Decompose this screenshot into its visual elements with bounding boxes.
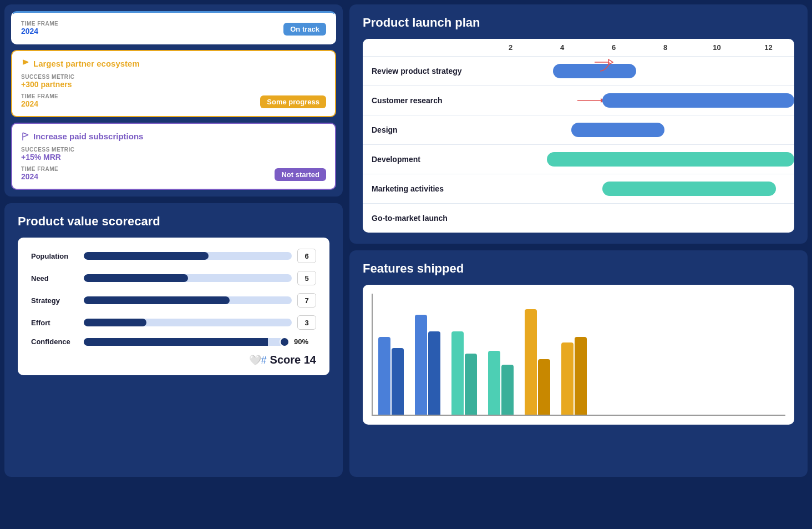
timeframe-label-1: TIME FRAME (21, 21, 171, 27)
bar-1-2 (392, 348, 404, 415)
gantt-col-4: 4 (536, 39, 588, 56)
left-column: TIME FRAME 2024 On track Largest (4, 4, 343, 477)
bar-fill-population (84, 252, 209, 260)
bar-6-1 (561, 342, 574, 415)
gantt-task-research: Customer research (363, 96, 485, 105)
bar-group-2 (415, 315, 440, 415)
goal-card-subscriptions: Increase paid subscriptions SUCCESS METR… (11, 123, 336, 190)
bar-track-strategy (84, 296, 292, 304)
score-row-effort: Effort 3 (31, 315, 316, 330)
gantt-col-12: 12 (743, 39, 794, 56)
gantt-row-review: Review product strategy (363, 57, 794, 86)
svg-line-4 (23, 135, 28, 137)
bar-chart (372, 294, 785, 416)
timeframe-label-3: TIME FRAME (21, 166, 171, 172)
gantt-task-design: Design (363, 125, 485, 134)
score-label-effort: Effort (31, 319, 78, 327)
timeframe-label-2: TIME FRAME (21, 93, 171, 99)
goal-card-partner: Largest partner ecosystem SUCCESS METRIC… (11, 50, 336, 117)
bar-4-1 (488, 351, 500, 415)
gantt-container: 2 4 6 8 10 12 Review product strategy (363, 39, 794, 233)
gantt-bar-research (602, 93, 794, 108)
gantt-timeline-design (485, 115, 794, 144)
bar-track-population (84, 252, 292, 260)
gantt-row-research: Customer research (363, 86, 794, 115)
flag-icon-purple (21, 132, 30, 141)
gantt-header: 2 4 6 8 10 12 (363, 39, 794, 57)
launch-title: Product launch plan (363, 16, 794, 30)
score-number: 14 (304, 354, 316, 366)
status-badge-subscriptions[interactable]: Not started (275, 168, 326, 181)
status-badge-partner[interactable]: Some progress (260, 95, 326, 108)
gantt-col-8: 8 (640, 39, 691, 56)
main-layout: TIME FRAME 2024 On track Largest (0, 0, 812, 529)
gantt-timeline-review (485, 57, 794, 85)
bar-group-5 (525, 309, 550, 415)
bar-group-1 (378, 337, 404, 415)
bar-4-2 (501, 365, 514, 415)
bar-3-1 (451, 331, 464, 415)
score-value-strategy: 7 (297, 293, 316, 308)
goal-title-subscriptions: Increase paid subscriptions (33, 132, 143, 141)
confidence-track[interactable] (84, 338, 288, 346)
timeframe-value-1: 2024 (21, 27, 171, 36)
success-metric-value-2: +300 partners (21, 80, 171, 89)
bar-2-2 (428, 331, 440, 415)
gantt-row-marketing: Marketing activities (363, 174, 794, 204)
features-inner (363, 285, 794, 425)
scorecard-panel: Product value scorecard Population 6 Nee… (4, 203, 343, 477)
success-metric-label-3: SUCCESS METRIC (21, 147, 171, 153)
gantt-row-development: Development (363, 145, 794, 174)
gantt-bar-marketing (602, 182, 775, 196)
gantt-bar-design (571, 123, 664, 137)
score-value-population: 6 (297, 249, 316, 263)
confidence-thumb[interactable] (280, 337, 290, 347)
score-label-strategy: Strategy (31, 296, 78, 305)
gantt-task-launch: Go-to-market launch (363, 214, 485, 223)
gantt-bar-development (547, 152, 794, 167)
bar-group-3 (451, 331, 477, 415)
timeframe-value-3: 2024 (21, 172, 171, 181)
score-label-need: Need (31, 274, 78, 283)
svg-line-3 (23, 133, 28, 135)
score-label-confidence: Confidence (31, 337, 78, 346)
success-metric-label-2: SUCCESS METRIC (21, 74, 171, 80)
score-value-need: 5 (297, 271, 316, 285)
total-score: 🤍# Score 14 (31, 354, 316, 366)
gantt-timeline-marketing (485, 174, 794, 203)
score-heart-icon: 🤍# (249, 354, 267, 366)
features-panel: Features shipped (349, 250, 808, 477)
status-badge-on-track[interactable]: On track (283, 23, 326, 36)
gantt-timeline-launch (485, 204, 794, 233)
goals-panel: TIME FRAME 2024 On track Largest (4, 4, 343, 197)
gantt-timeline-research (485, 86, 794, 115)
gantt-task-marketing: Marketing activities (363, 184, 485, 193)
gantt-task-review: Review product strategy (363, 67, 485, 75)
bar-track-need (84, 274, 292, 282)
score-row-strategy: Strategy 7 (31, 293, 316, 308)
score-row-population: Population 6 (31, 249, 316, 263)
gantt-row-design: Design (363, 115, 794, 145)
bar-2-1 (415, 315, 427, 415)
goal-card-on-track: TIME FRAME 2024 On track (11, 11, 336, 44)
gantt-col-10: 10 (691, 39, 743, 56)
confidence-value: 90% (294, 337, 316, 346)
bar-6-2 (575, 337, 587, 415)
score-label-population: Population (31, 252, 78, 260)
gantt-task-development: Development (363, 155, 485, 164)
bar-fill-need (84, 274, 188, 282)
goal-header-partner: Largest partner ecosystem (21, 59, 326, 68)
bar-fill-effort (84, 319, 146, 326)
launch-panel: Product launch plan 2 4 6 8 10 12 (349, 4, 808, 244)
timeframe-value-2: 2024 (21, 99, 171, 108)
gantt-timeline-development (485, 145, 794, 174)
score-value-effort: 3 (297, 315, 316, 330)
goal-title-partner: Largest partner ecosystem (33, 59, 140, 68)
bar-5-1 (525, 309, 537, 415)
total-score-text: Score 14 (270, 354, 316, 366)
score-row-need: Need 5 (31, 271, 316, 285)
confidence-fill (84, 338, 268, 346)
score-prefix: Score (270, 354, 301, 366)
bar-group-6 (561, 337, 587, 415)
bar-group-4 (488, 351, 514, 415)
